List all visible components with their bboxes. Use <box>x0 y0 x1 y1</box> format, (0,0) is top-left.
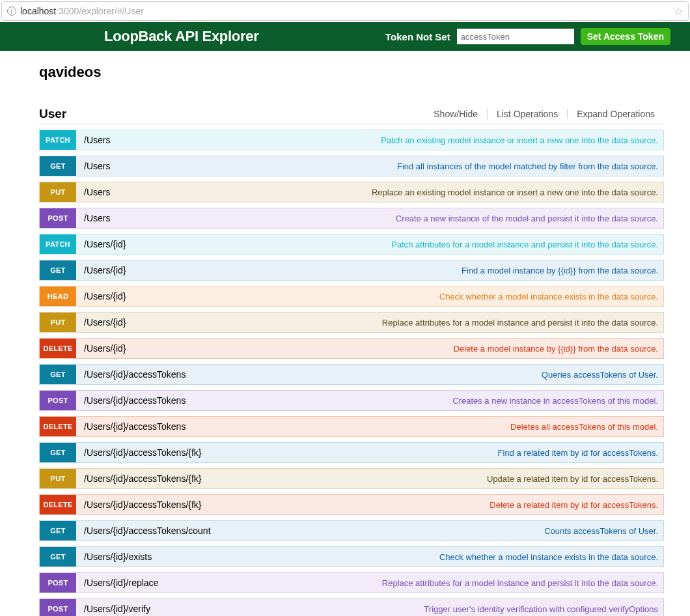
operation-row[interactable]: GET/Users/{id}/accessTokens/countCounts … <box>39 520 664 541</box>
api-title: qavideos <box>39 64 664 81</box>
operation-row[interactable]: GET/Users/{id}/accessTokens/{fk}Find a r… <box>39 442 664 463</box>
operation-description: Find a related item by id for accessToke… <box>498 448 663 458</box>
operation-row[interactable]: GET/Users/{id}/accessTokensQueries acces… <box>39 364 664 385</box>
list-operations-link[interactable]: List Operations <box>488 109 567 119</box>
http-verb-badge: DELETE <box>40 495 76 514</box>
http-verb-badge: PATCH <box>40 234 76 254</box>
show-hide-link[interactable]: Show/Hide <box>424 109 487 119</box>
operation-path: /Users <box>76 161 110 171</box>
operation-path: /Users/{id}/accessTokens/{fk} <box>76 473 202 484</box>
operation-description: Replace an existing model instance or in… <box>372 188 663 197</box>
operation-row[interactable]: PATCH/UsersPatch an existing model insta… <box>39 130 664 150</box>
operation-path: /Users/{id}/replace <box>76 578 158 588</box>
operation-description: Delete a related item by id for accessTo… <box>490 500 663 510</box>
operation-description: Create a new instance of the model and p… <box>396 214 663 223</box>
operation-row[interactable]: PATCH/Users/{id}Patch attributes for a m… <box>39 234 664 255</box>
http-verb-badge: GET <box>40 443 76 462</box>
operation-row[interactable]: DELETE/Users/{id}/accessTokens/{fk}Delet… <box>39 494 664 515</box>
http-verb-badge: PUT <box>40 313 76 332</box>
operation-description: Check whether a model instance exists in… <box>439 552 663 562</box>
operation-description: Check whether a model instance exists in… <box>439 292 663 301</box>
operation-path: /Users <box>76 135 110 145</box>
http-verb-badge: DELETE <box>40 417 76 436</box>
http-verb-badge: POST <box>40 599 76 616</box>
http-verb-badge: GET <box>40 156 76 176</box>
bookmark-star-icon[interactable]: ☆ <box>674 5 683 18</box>
operation-row[interactable]: POST/Users/{id}/replaceReplace attribute… <box>39 572 664 593</box>
operation-description: Patch attributes for a model instance an… <box>391 240 663 249</box>
http-verb-badge: PUT <box>40 182 76 202</box>
operation-path: /Users/{id} <box>76 317 126 328</box>
operation-row[interactable]: GET/Users/{id}Find a model instance by {… <box>39 260 664 281</box>
operation-description: Replace attributes for a model instance … <box>382 578 663 588</box>
operation-description: Update a related item by id for accessTo… <box>487 474 663 484</box>
operation-description: Queries accessTokens of User. <box>542 370 663 380</box>
access-token-input[interactable] <box>457 29 574 44</box>
http-verb-badge: GET <box>40 365 76 384</box>
expand-operations-link[interactable]: Expand Operations <box>568 109 664 119</box>
http-verb-badge: POST <box>40 391 76 410</box>
http-verb-badge: GET <box>40 547 76 567</box>
url-host: localhost <box>20 6 56 16</box>
operation-description: Creates a new instance in accessTokens o… <box>452 396 663 406</box>
operation-path: /Users/{id}/accessTokens/count <box>76 525 211 536</box>
operations-list: PATCH/UsersPatch an existing model insta… <box>39 130 664 616</box>
operation-description: Patch an existing model instance or inse… <box>381 135 663 145</box>
app-title: LoopBack API Explorer <box>104 28 258 45</box>
app-header: LoopBack API Explorer Token Not Set Set … <box>0 22 690 51</box>
http-verb-badge: PATCH <box>40 130 76 150</box>
http-verb-badge: DELETE <box>40 339 76 358</box>
http-verb-badge: GET <box>40 521 76 540</box>
info-icon: i <box>7 7 16 16</box>
resource-header: User Show/Hide List Operations Expand Op… <box>39 107 664 124</box>
operation-description: Counts accessTokens of User. <box>544 526 663 536</box>
operation-path: /Users/{id} <box>76 291 126 301</box>
operation-path: /Users/{id}/accessTokens <box>76 395 186 406</box>
resource-name[interactable]: User <box>39 107 66 121</box>
operation-row[interactable]: PUT/UsersReplace an existing model insta… <box>39 182 664 203</box>
operation-row[interactable]: HEAD/Users/{id}Check whether a model ins… <box>39 286 664 307</box>
operation-path: /Users/{id}/accessTokens/{fk} <box>76 499 202 510</box>
operation-row[interactable]: GET/UsersFind all instances of the model… <box>39 156 664 176</box>
http-verb-badge: POST <box>40 208 76 228</box>
main-content: qavideos User Show/Hide List Operations … <box>0 51 690 616</box>
operation-description: Find a model instance by {{id}} from the… <box>462 266 663 275</box>
operation-row[interactable]: DELETE/Users/{id}/accessTokensDeletes al… <box>39 416 664 437</box>
operation-row[interactable]: PUT/Users/{id}Replace attributes for a m… <box>39 312 664 333</box>
operation-row[interactable]: GET/Users/{id}/existsCheck whether a mod… <box>39 546 664 567</box>
browser-address-bar[interactable]: i localhost:3000/explorer/#/User ☆ <box>1 1 689 21</box>
operation-path: /Users/{id} <box>76 343 126 354</box>
operation-description: Delete a model instance by {{id}} from t… <box>454 344 663 354</box>
operation-row[interactable]: POST/Users/{id}/accessTokensCreates a ne… <box>39 390 664 411</box>
operation-path: /Users/{id} <box>76 239 126 249</box>
resource-ops: Show/Hide List Operations Expand Operati… <box>424 109 664 119</box>
operation-description: Find all instances of the model matched … <box>397 161 663 171</box>
operation-path: /Users/{id}/accessTokens <box>76 421 186 432</box>
operation-path: /Users/{id}/accessTokens <box>76 369 186 380</box>
operation-row[interactable]: POST/UsersCreate a new instance of the m… <box>39 208 664 229</box>
http-verb-badge: PUT <box>40 469 76 488</box>
operation-description: Trigger user's identity verification wit… <box>424 604 663 614</box>
operation-path: /Users <box>76 187 110 197</box>
operation-description: Replace attributes for a model instance … <box>382 318 663 328</box>
token-status-label: Token Not Set <box>385 31 450 42</box>
operation-path: /Users/{id}/verify <box>76 604 150 614</box>
set-access-token-button[interactable]: Set Access Token <box>581 28 670 45</box>
http-verb-badge: HEAD <box>40 287 76 306</box>
header-right: Token Not Set Set Access Token <box>385 28 670 45</box>
operation-path: /Users/{id} <box>76 265 126 275</box>
operation-row[interactable]: POST/Users/{id}/verifyTrigger user's ide… <box>39 598 664 616</box>
operation-path: /Users/{id}/exists <box>76 552 152 562</box>
operation-row[interactable]: PUT/Users/{id}/accessTokens/{fk}Update a… <box>39 468 664 489</box>
http-verb-badge: GET <box>40 260 76 280</box>
url-rest: :3000/explorer/#/User <box>56 6 144 16</box>
operation-description: Deletes all accessTokens of this model. <box>510 422 663 432</box>
operation-path: /Users <box>76 213 110 223</box>
http-verb-badge: POST <box>40 573 76 593</box>
operation-path: /Users/{id}/accessTokens/{fk} <box>76 447 202 458</box>
operation-row[interactable]: DELETE/Users/{id}Delete a model instance… <box>39 338 664 359</box>
